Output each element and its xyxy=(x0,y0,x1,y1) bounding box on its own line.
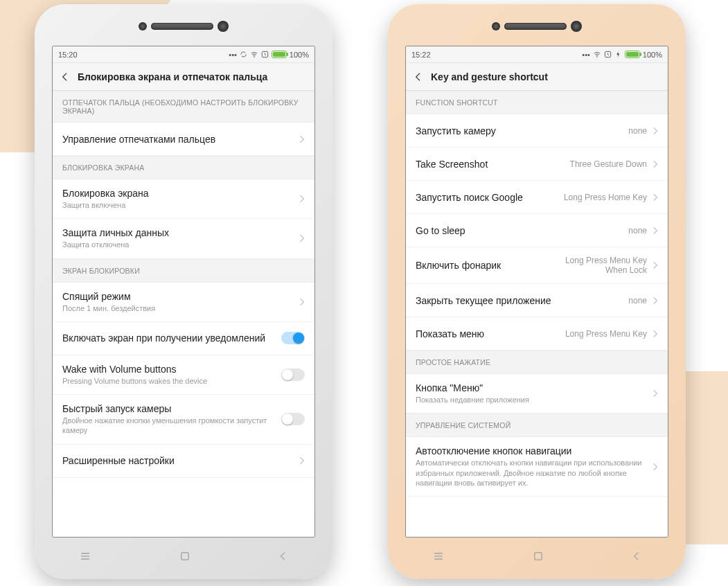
row-title: Спящий режим xyxy=(62,291,294,302)
sensor-dot-icon xyxy=(492,22,500,30)
row-labels: Запустить камеру xyxy=(416,125,628,136)
row-subtitle: Показать недавние приложения xyxy=(416,395,647,405)
section-header: ПРОСТОЕ НАЖАТИЕ xyxy=(406,350,668,374)
settings-row[interactable]: Защита личных данныхЗащита отключена xyxy=(53,219,314,258)
svg-point-0 xyxy=(254,56,254,57)
phone-right: 15:22 ••• 100% Key and gesture shortcut … xyxy=(388,4,686,579)
front-camera-icon xyxy=(217,21,229,32)
row-title: Показать меню xyxy=(416,328,565,339)
row-title: Wake with Volume buttons xyxy=(62,364,281,375)
settings-row[interactable]: Спящий режимПосле 1 мин. бездействия xyxy=(53,283,314,322)
settings-row[interactable]: Кнопка "Меню"Показать недавние приложени… xyxy=(406,374,668,414)
back-softkey-icon[interactable] xyxy=(631,551,642,562)
back-icon[interactable] xyxy=(413,71,424,82)
back-softkey-icon[interactable] xyxy=(278,551,289,562)
settings-row[interactable]: Блокировка экранаЗащита включена xyxy=(53,179,314,219)
svg-rect-2 xyxy=(181,553,189,560)
status-time: 15:22 xyxy=(411,51,431,59)
settings-row[interactable]: Расширенные настройки xyxy=(53,445,314,478)
row-labels: Быстрый запуск камерыДвойное нажатие кно… xyxy=(62,403,281,436)
soft-keys xyxy=(388,546,686,567)
charge-icon xyxy=(614,51,622,58)
section-header: УПРАВЛЕНИЕ СИСТЕМОЙ xyxy=(406,414,668,437)
row-labels: Расширенные настройки xyxy=(62,455,294,466)
settings-row[interactable]: Включить фонарикLong Press Menu Key When… xyxy=(406,247,668,284)
row-labels: Включить фонарик xyxy=(416,260,543,271)
svg-point-3 xyxy=(596,56,597,57)
row-labels: Автоотключение кнопок навигацииАвтоматич… xyxy=(416,445,647,488)
section-header: ЭКРАН БЛОКИРОВКИ xyxy=(53,259,314,283)
row-subtitle: Pressing Volume buttons wakes the device xyxy=(62,376,281,386)
chevron-right-icon xyxy=(652,330,658,338)
status-battery-pct: 100% xyxy=(290,51,309,59)
status-battery-pct: 100% xyxy=(643,51,662,59)
title-bar: Блокировка экрана и отпечаток пальца xyxy=(53,63,314,91)
row-value: none xyxy=(628,226,647,236)
toggle-switch[interactable] xyxy=(281,369,305,381)
menu-softkey-icon[interactable] xyxy=(432,549,445,563)
status-time: 15:20 xyxy=(58,51,78,59)
settings-row[interactable]: Управление отпечатками пальцев xyxy=(53,123,314,156)
status-icons: ••• 100% xyxy=(582,51,662,59)
menu-softkey-icon[interactable] xyxy=(78,549,92,563)
home-softkey-icon[interactable] xyxy=(179,550,191,562)
sync-icon xyxy=(240,51,247,58)
row-subtitle: Защита включена xyxy=(62,200,294,210)
title-bar: Key and gesture shortcut xyxy=(406,63,668,91)
phone-mockups-container: 15:20 ••• 100% Блокировка экрана и отпеч… xyxy=(0,0,728,583)
section-header: FUNCTION SHORTCUT xyxy=(406,91,668,114)
row-labels: Take Screenshot xyxy=(416,159,570,170)
settings-row[interactable]: Включать экран при получении уведомлений xyxy=(53,322,314,355)
screen-left: 15:20 ••• 100% Блокировка экрана и отпеч… xyxy=(52,46,315,538)
row-title: Включать экран при получении уведомлений xyxy=(62,332,281,344)
chevron-right-icon xyxy=(299,195,305,203)
row-title: Защита личных данных xyxy=(62,227,294,238)
row-subtitle: После 1 мин. бездействия xyxy=(62,303,294,313)
row-labels: Закрыть текущее приложение xyxy=(416,295,628,306)
settings-row[interactable]: Автоотключение кнопок навигацииАвтоматич… xyxy=(406,437,668,497)
settings-row[interactable]: Запустить камеруnone xyxy=(406,114,668,148)
row-title: Расширенные настройки xyxy=(62,455,294,466)
settings-list-right: FUNCTION SHORTCUTЗапустить камеруnoneTak… xyxy=(406,91,668,537)
home-softkey-icon[interactable] xyxy=(532,550,544,562)
row-subtitle: Автоматически отключать кнопки навигации… xyxy=(416,458,647,488)
chevron-right-icon xyxy=(652,296,658,305)
chevron-right-icon xyxy=(299,456,305,465)
wifi-icon xyxy=(250,51,258,58)
settings-row[interactable]: Wake with Volume buttonsPressing Volume … xyxy=(53,355,314,395)
row-subtitle: Защита отключена xyxy=(62,240,294,249)
settings-row[interactable]: Быстрый запуск камерыДвойное нажатие кно… xyxy=(53,395,314,445)
front-camera-icon xyxy=(571,21,582,32)
chevron-right-icon xyxy=(652,160,658,168)
row-labels: Защита личных данныхЗащита отключена xyxy=(62,227,294,249)
status-bar: 15:20 ••• 100% xyxy=(53,46,314,63)
row-value: Long Press Home Key xyxy=(564,193,647,202)
row-title: Запустить поиск Google xyxy=(416,192,564,203)
row-title: Включить фонарик xyxy=(416,260,543,271)
chevron-right-icon xyxy=(299,234,305,242)
chevron-right-icon xyxy=(652,127,658,135)
settings-row[interactable]: Показать менюLong Press Menu Key xyxy=(406,317,668,350)
phone-left: 15:20 ••• 100% Блокировка экрана и отпеч… xyxy=(35,4,332,579)
settings-row[interactable]: Go to sleepnone xyxy=(406,214,668,247)
battery-icon xyxy=(272,51,287,58)
battery-icon xyxy=(625,51,640,58)
page-title: Key and gesture shortcut xyxy=(431,71,548,82)
row-value: Long Press Menu Key When Lock xyxy=(543,256,647,275)
section-header: ОТПЕЧАТОК ПАЛЬЦА (НЕОБХОДИМО НАСТРОИТЬ Б… xyxy=(53,91,314,123)
chevron-right-icon xyxy=(652,463,658,471)
speaker-grill-icon xyxy=(504,23,567,30)
settings-row[interactable]: Закрыть текущее приложениеnone xyxy=(406,284,668,317)
status-icons: ••• 100% xyxy=(229,51,309,59)
row-labels: Go to sleep xyxy=(416,225,628,236)
row-subtitle: Двойное нажатие кнопки уменьшения громко… xyxy=(62,416,281,436)
toggle-switch[interactable] xyxy=(281,413,305,425)
row-labels: Показать меню xyxy=(416,328,565,339)
row-labels: Wake with Volume buttonsPressing Volume … xyxy=(62,364,281,386)
row-title: Автоотключение кнопок навигации xyxy=(416,445,647,456)
settings-row[interactable]: Take ScreenshotThree Gesture Down xyxy=(406,148,668,181)
settings-row[interactable]: Запустить поиск GoogleLong Press Home Ke… xyxy=(406,181,668,214)
toggle-switch[interactable] xyxy=(281,332,305,344)
back-icon[interactable] xyxy=(60,71,71,82)
row-labels: Запустить поиск Google xyxy=(416,192,564,203)
